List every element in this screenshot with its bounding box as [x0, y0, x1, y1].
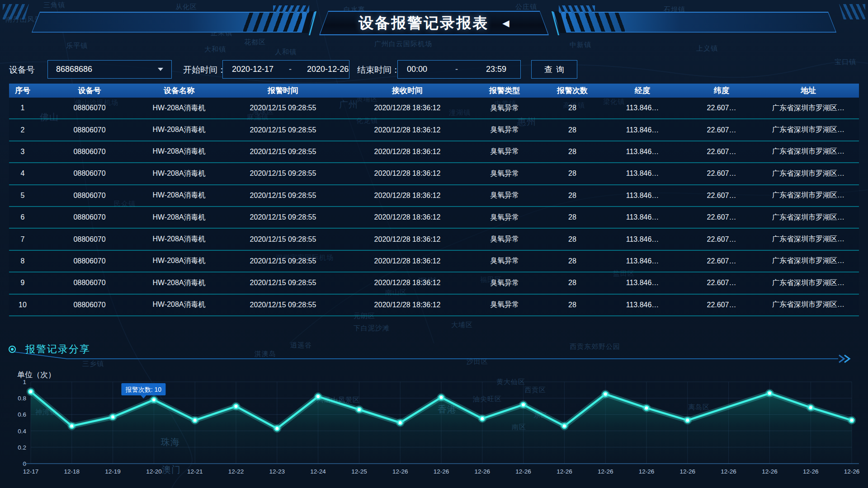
table-cell: 2020/12/15 09:28:55	[215, 213, 351, 221]
table-row: 808806070HW-208A消毒机2020/12/15 09:28:5520…	[9, 251, 859, 272]
data-point[interactable]	[521, 403, 526, 407]
table-cell: HW-208A消毒机	[143, 103, 215, 113]
table-cell: 广东省深圳市罗湖区…	[758, 169, 859, 178]
table-cell: 22.607…	[685, 279, 758, 287]
x-axis-tick-label: 12-26	[598, 468, 613, 475]
back-arrow-icon[interactable]: ◀	[502, 18, 509, 28]
data-point[interactable]	[234, 404, 238, 408]
column-header: 经度	[599, 84, 685, 98]
column-header: 序号	[9, 84, 36, 98]
table-cell: 臭氧异常	[464, 235, 545, 244]
column-header: 设备名称	[143, 84, 215, 98]
y-axis-tick-label: 0.4	[18, 428, 26, 435]
data-point[interactable]	[644, 406, 649, 410]
table-cell: 22.607…	[685, 126, 758, 134]
table-cell: 臭氧异常	[464, 300, 545, 310]
x-axis-tick-label: 12-26	[762, 468, 778, 475]
data-point[interactable]	[562, 424, 566, 428]
section-title: 报警记录分享	[25, 343, 90, 356]
data-point[interactable]	[316, 394, 321, 399]
device-number-label: 设备号	[9, 60, 35, 80]
chart-unit-label: 单位（次）	[17, 370, 56, 380]
table-cell: 广东省深圳市罗湖区…	[758, 125, 859, 135]
table-cell: 22.607…	[685, 104, 758, 112]
time-range-input[interactable]: 00:00 - 23:59	[397, 60, 521, 79]
table-cell: HW-208A消毒机	[143, 278, 215, 288]
table-cell: HW-208A消毒机	[143, 191, 215, 200]
table-cell: 臭氧异常	[464, 125, 545, 135]
data-point[interactable]	[685, 418, 690, 422]
data-point[interactable]	[398, 421, 402, 425]
table-cell: 08806070	[36, 192, 143, 200]
chevron-right-icon	[839, 355, 844, 362]
table-row: 1008806070HW-208A消毒机2020/12/15 09:28:552…	[9, 295, 859, 316]
date-range-input[interactable]: 2020-12-17 - 2020-12-26	[222, 60, 349, 79]
table-cell: 广东省深圳市罗湖区…	[758, 213, 859, 222]
table-cell: 广东省深圳市罗湖区…	[758, 300, 859, 310]
table-cell: 28	[545, 169, 599, 178]
table-row: 608806070HW-208A消毒机2020/12/15 09:28:5520…	[9, 207, 859, 229]
x-axis-tick-label: 12-19	[105, 468, 121, 475]
table-cell: 113.846…	[599, 169, 685, 178]
table-cell: 2020/12/28 18:36:12	[351, 279, 464, 287]
table-cell: 113.846…	[599, 301, 685, 309]
data-point[interactable]	[603, 392, 608, 396]
table-cell: HW-208A消毒机	[143, 125, 215, 135]
table-cell: 2020/12/15 09:28:55	[215, 279, 351, 287]
table-cell: 2020/12/28 18:36:12	[351, 235, 464, 244]
device-number-select[interactable]: 86868686	[47, 60, 172, 79]
x-axis-tick-label: 12-24	[310, 468, 326, 475]
chevron-right-icon	[844, 355, 849, 362]
range-separator: -	[455, 65, 458, 74]
alarm-trend-chart[interactable]: 单位（次） 00.20.40.60.8112-1712-1812-1912-20…	[9, 366, 863, 487]
data-point[interactable]	[70, 424, 74, 428]
table-cell: 08806070	[36, 169, 143, 178]
y-axis-tick-label: 0.8	[18, 395, 26, 402]
data-point[interactable]	[439, 395, 443, 399]
y-axis-tick-label: 0.6	[18, 411, 26, 418]
table-cell: 22.607…	[685, 192, 758, 200]
data-point[interactable]	[357, 408, 361, 412]
table-cell: HW-208A消毒机	[143, 147, 215, 156]
data-point[interactable]	[28, 389, 33, 394]
x-axis-tick-label: 12-26	[475, 468, 491, 475]
data-point[interactable]	[275, 426, 279, 431]
alarm-line-chart-svg[interactable]: 00.20.40.60.8112-1712-1812-1912-2012-211…	[9, 366, 863, 487]
data-point[interactable]	[849, 418, 854, 422]
table-cell: 113.846…	[599, 257, 685, 265]
table-cell: 28	[545, 301, 599, 309]
map-place-label: 下白泥沙滩	[354, 324, 390, 333]
table-cell: 08806070	[36, 257, 143, 265]
table-cell: 08806070	[36, 148, 143, 156]
table-cell: HW-208A消毒机	[143, 235, 215, 244]
table-cell: 广东省深圳市罗湖区…	[758, 191, 859, 200]
x-axis-tick-label: 12-26	[515, 468, 531, 475]
table-cell: 臭氧异常	[464, 103, 545, 113]
data-point[interactable]	[111, 415, 115, 419]
query-button[interactable]: 查询	[531, 60, 577, 79]
table-cell: 臭氧异常	[464, 147, 545, 156]
table-cell: 22.607…	[685, 301, 758, 309]
data-point[interactable]	[767, 391, 772, 395]
table-cell: 臭氧异常	[464, 278, 545, 288]
data-point[interactable]	[193, 418, 197, 422]
column-header: 报警次数	[545, 84, 599, 98]
table-cell: 08806070	[36, 104, 143, 112]
x-axis-tick-label: 12-26	[557, 468, 572, 475]
table-cell: 22.607…	[685, 213, 758, 221]
table-cell: 3	[9, 148, 36, 156]
data-point[interactable]	[151, 398, 156, 402]
table-cell: 广东省深圳市罗湖区…	[758, 235, 859, 244]
table-cell: 2020/12/15 09:28:55	[215, 126, 351, 134]
table-cell: 5	[9, 192, 36, 200]
table-cell: 广东省深圳市罗湖区…	[758, 147, 859, 156]
table-header-row: 序号设备号设备名称报警时间接收时间报警类型报警次数经度纬度地址	[9, 84, 859, 98]
data-point[interactable]	[480, 416, 485, 421]
table-cell: 2020/12/15 09:28:55	[215, 257, 351, 265]
bullet-dot-icon	[11, 348, 14, 351]
tooltip-text: 报警次数: 10	[125, 386, 162, 393]
table-cell: 2020/12/28 18:36:12	[351, 169, 464, 178]
bar-stripes-icon	[243, 13, 302, 32]
data-point[interactable]	[808, 405, 813, 410]
page-title: 设备报警记录报表	[359, 13, 489, 33]
